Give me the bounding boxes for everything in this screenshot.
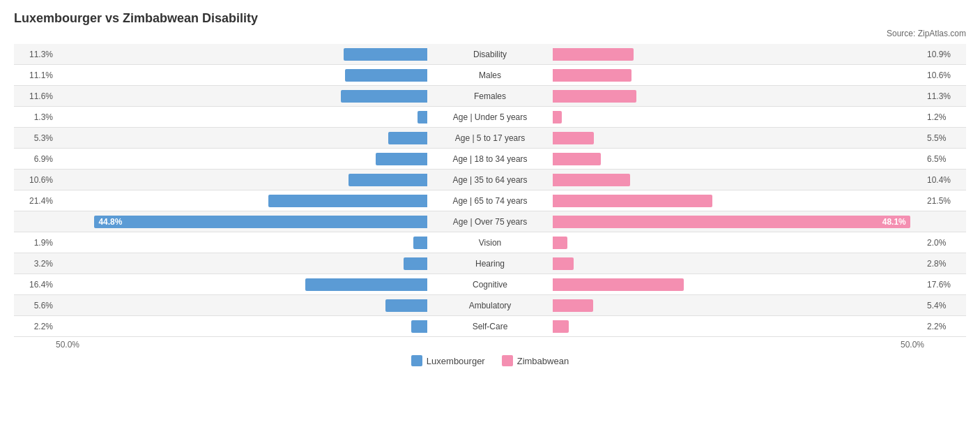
right-bar	[553, 320, 569, 333]
right-bar-area	[553, 274, 924, 294]
right-bar	[553, 299, 593, 312]
right-bar	[553, 278, 684, 291]
right-value: 2.8%	[924, 259, 966, 269]
legend-luxembourger: Luxembourger	[411, 355, 485, 366]
bar-row: 5.3% Age | 5 to 17 years 5.5%	[14, 128, 966, 149]
left-bar-area	[56, 44, 427, 64]
left-value: 1.9%	[14, 238, 56, 248]
left-bar	[268, 195, 427, 207]
right-value: 2.2%	[924, 322, 966, 331]
right-value: 21.5%	[924, 196, 966, 206]
row-label: Age | 65 to 74 years	[427, 196, 553, 206]
legend: Luxembourger Zimbabwean	[14, 355, 966, 366]
left-bar-area	[56, 65, 427, 85]
left-value: 5.6%	[14, 301, 56, 310]
right-bar	[553, 257, 574, 270]
left-value: 11.6%	[14, 91, 56, 101]
left-bar-area	[56, 86, 427, 106]
left-bar-area	[56, 316, 427, 336]
left-bar-area	[56, 128, 427, 148]
left-bar	[344, 48, 427, 61]
left-value: 16.4%	[14, 280, 56, 290]
left-value: 10.6%	[14, 175, 56, 185]
right-bar-area	[553, 149, 924, 169]
left-value: 11.3%	[14, 50, 56, 59]
left-bar	[349, 174, 427, 186]
right-bar-area	[553, 86, 924, 106]
bar-row: 2.2% Self-Care 2.2%	[14, 316, 966, 337]
right-value: 5.5%	[924, 133, 966, 143]
legend-zim-label: Zimbabwean	[517, 356, 569, 366]
bar-row: 16.4% Cognitive 17.6%	[14, 274, 966, 295]
left-bar	[376, 153, 427, 165]
right-value: 5.4%	[924, 301, 966, 310]
right-bar	[553, 48, 634, 61]
left-bar	[345, 69, 427, 82]
axis-row: 50.0% 50.0%	[14, 337, 966, 350]
zim-swatch	[502, 355, 513, 366]
row-label: Age | 18 to 34 years	[427, 154, 553, 164]
right-bar	[553, 111, 562, 123]
bar-row: 21.4% Age | 65 to 74 years 21.5%	[14, 190, 966, 211]
left-bar	[413, 237, 427, 249]
chart-rows: 11.3% Disability 10.9% 11.1% Males 10	[14, 44, 966, 337]
left-value: 6.9%	[14, 154, 56, 164]
right-bar	[553, 132, 594, 144]
right-bar	[553, 174, 630, 186]
left-bar-area	[56, 274, 427, 294]
right-value: 1.2%	[924, 112, 966, 122]
bar-row: 44.8% Age | Over 75 years 48.1%	[14, 211, 966, 232]
left-value: 5.3%	[14, 133, 56, 143]
bar-row: 6.9% Age | 18 to 34 years 6.5%	[14, 149, 966, 170]
row-label: Age | Over 75 years	[427, 217, 553, 227]
row-label: Cognitive	[427, 280, 553, 290]
left-bar: 44.8%	[94, 216, 427, 228]
row-label: Age | 35 to 64 years	[427, 175, 553, 185]
right-value: 10.9%	[924, 50, 966, 59]
left-value: 11.1%	[14, 70, 56, 80]
bar-row: 3.2% Hearing 2.8%	[14, 253, 966, 274]
bar-row: 11.1% Males 10.6%	[14, 65, 966, 86]
left-bar-area	[56, 190, 427, 211]
right-bar-area: 48.1%	[553, 211, 924, 232]
left-bar-area	[56, 295, 427, 315]
row-label: Age | 5 to 17 years	[427, 133, 553, 143]
left-bar-area	[56, 149, 427, 169]
right-bar	[553, 237, 567, 249]
right-bar	[553, 153, 601, 165]
right-bar-area	[553, 295, 924, 315]
lux-swatch	[411, 355, 422, 366]
bar-row: 11.3% Disability 10.9%	[14, 44, 966, 65]
right-bar	[553, 69, 631, 82]
axis-left-label: 50.0%	[56, 340, 427, 350]
right-bar-area	[553, 190, 924, 211]
row-label: Males	[427, 70, 553, 80]
bar-row: 11.6% Females 11.3%	[14, 86, 966, 107]
right-value: 10.6%	[924, 70, 966, 80]
chart-title: Luxembourger vs Zimbabwean Disability	[14, 11, 966, 26]
left-bar	[418, 111, 427, 123]
left-bar	[305, 278, 427, 291]
row-label: Vision	[427, 238, 553, 248]
legend-lux-label: Luxembourger	[427, 356, 485, 366]
bar-row: 1.9% Vision 2.0%	[14, 232, 966, 253]
left-bar-area	[56, 232, 427, 253]
left-value: 2.2%	[14, 322, 56, 331]
left-bar	[404, 257, 427, 270]
left-value: 21.4%	[14, 196, 56, 206]
right-bar-area	[553, 232, 924, 253]
right-value: 11.3%	[924, 91, 966, 101]
source-label: Source: ZipAtlas.com	[14, 29, 966, 38]
left-bar-area	[56, 170, 427, 190]
left-bar-area	[56, 253, 427, 274]
axis-right-label: 50.0%	[553, 340, 924, 350]
left-bar	[388, 132, 427, 144]
right-value: 6.5%	[924, 154, 966, 164]
left-value: 3.2%	[14, 259, 56, 269]
right-bar-area	[553, 107, 924, 127]
left-bar-area: 44.8%	[56, 211, 427, 232]
right-value: 10.4%	[924, 175, 966, 185]
row-label: Females	[427, 91, 553, 101]
right-value: 17.6%	[924, 280, 966, 290]
bar-row: 1.3% Age | Under 5 years 1.2%	[14, 107, 966, 128]
